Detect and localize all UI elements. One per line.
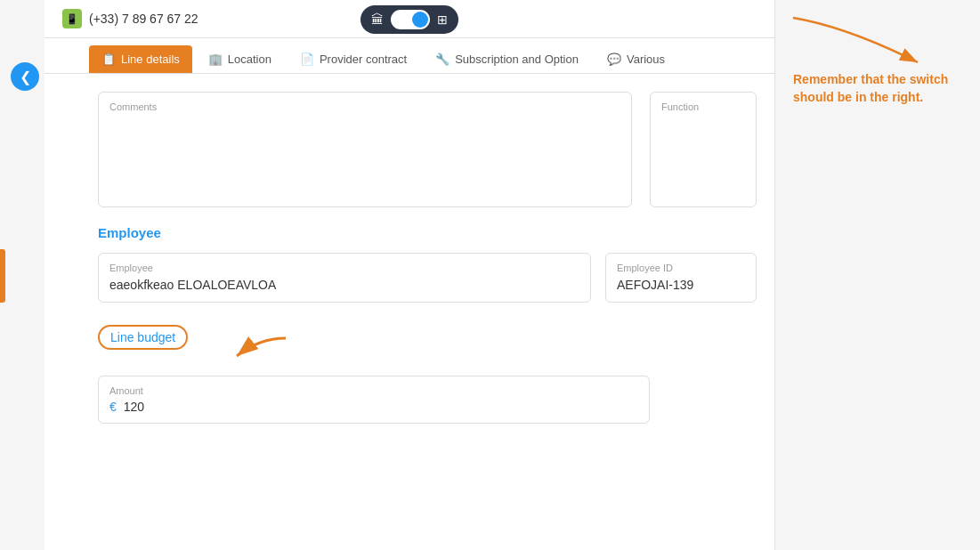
amount-input[interactable] — [124, 400, 638, 414]
employee-id-field: Employee ID — [605, 253, 757, 303]
back-button[interactable]: ❮ — [11, 62, 39, 91]
toggle-knob — [412, 12, 428, 28]
back-icon: ❮ — [20, 69, 31, 85]
tab-location[interactable]: 🏢 Location — [196, 45, 284, 73]
right-panel: Remember that the switch should be in th… — [775, 0, 980, 550]
function-label: Function — [661, 101, 745, 112]
tab-subscription-option[interactable]: 🔧 Subscription and Option — [423, 45, 591, 73]
top-bar: 📱 (+33) 7 89 67 67 22 🏛 ⊞ — [45, 0, 774, 38]
employee-id-label: Employee ID — [617, 263, 745, 273]
function-area: Function — [650, 92, 757, 207]
employee-label: Employee — [109, 263, 579, 273]
tab-provider-icon: 📄 — [300, 53, 314, 66]
annotation-container: Remember that the switch should be in th… — [793, 71, 971, 106]
comments-label: Comments — [109, 101, 620, 112]
employee-row: Employee Employee ID — [98, 253, 757, 303]
tab-location-icon: 🏢 — [208, 53, 223, 66]
orange-strip — [0, 249, 5, 303]
comments-input[interactable] — [109, 116, 620, 205]
employee-id-input[interactable] — [617, 278, 745, 292]
function-field-group: Function — [650, 92, 757, 207]
tab-line-details-icon: 📋 — [101, 53, 116, 66]
page-wrapper: ❮ 📱 (+33) 7 89 67 67 22 🏛 ⊞ 📋 Line detai… — [0, 0, 980, 550]
bank-icon: 🏛 — [371, 12, 384, 27]
amount-field-group: Amount € — [98, 376, 650, 424]
toggle-switch[interactable] — [391, 10, 430, 29]
employee-field: Employee — [98, 253, 591, 303]
comments-field-group: Comments — [98, 92, 632, 207]
phone-icon: 📱 — [62, 9, 82, 28]
tab-subscription-icon: 🔧 — [435, 53, 450, 66]
annotation-text: Remember that the switch should be in th… — [793, 71, 971, 106]
amount-label: Amount — [109, 385, 638, 396]
grid-icon: ⊞ — [437, 12, 448, 27]
function-input[interactable] — [661, 117, 745, 131]
center-panel: 📱 (+33) 7 89 67 67 22 🏛 ⊞ 📋 Line details… — [45, 0, 775, 550]
employee-heading: Employee — [98, 225, 757, 240]
line-budget-arrow-svg — [223, 329, 295, 374]
comments-function-row: Comments Function — [98, 92, 757, 207]
nav-tabs: 📋 Line details 🏢 Location 📄 Provider con… — [45, 38, 774, 74]
phone-number: (+33) 7 89 67 67 22 — [89, 12, 198, 26]
tab-various-icon: 💬 — [607, 53, 621, 66]
amount-row: € — [109, 400, 638, 414]
employee-input[interactable] — [109, 278, 579, 292]
toggle-bar: 🏛 ⊞ — [360, 5, 458, 34]
employee-id-field-group: Employee ID — [605, 253, 757, 303]
tab-line-details[interactable]: 📋 Line details — [89, 45, 192, 73]
currency-symbol: € — [109, 400, 117, 414]
line-budget-section: Line budget Amount — [98, 320, 757, 424]
main-content: Comments Function Employee Employee — [45, 74, 774, 441]
comments-area: Comments — [98, 92, 632, 207]
line-budget-label[interactable]: Line budget — [98, 325, 188, 350]
left-nav: ❮ — [0, 0, 45, 550]
tab-provider-contract[interactable]: 📄 Provider contract — [288, 45, 419, 73]
employee-field-group: Employee — [98, 253, 591, 303]
amount-field-container: Amount € — [98, 376, 650, 424]
tab-various[interactable]: 💬 Various — [595, 45, 677, 73]
